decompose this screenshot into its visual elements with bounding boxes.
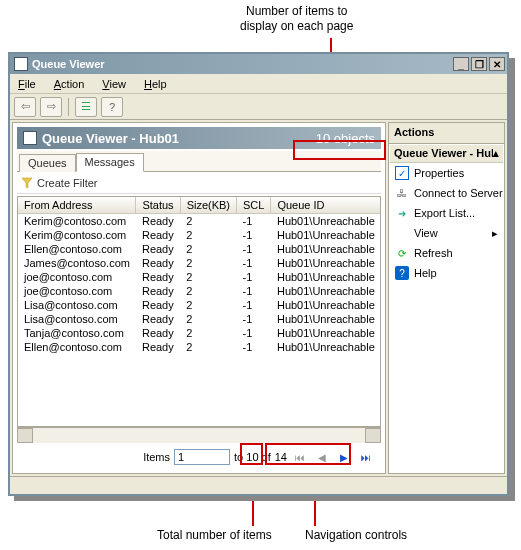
column-header[interactable]: Status: [136, 197, 180, 214]
pager-total: 14: [275, 451, 287, 463]
horizontal-scrollbar[interactable]: [17, 427, 381, 443]
table-row[interactable]: joe@contoso.comReady2-1Hub01\Unreachable: [18, 284, 381, 298]
cell-from: Kerim@contoso.com: [18, 228, 136, 242]
cell-size: 2: [180, 214, 236, 229]
action-view[interactable]: View ▸: [390, 223, 503, 243]
object-count: 10 objects: [316, 131, 375, 146]
scroll-left-button[interactable]: [17, 428, 33, 443]
scroll-track[interactable]: [33, 428, 365, 443]
tab-queues[interactable]: Queues: [19, 154, 76, 172]
action-connect-to-server[interactable]: 🖧 Connect to Server...: [390, 183, 503, 203]
cell-scl: -1: [237, 298, 271, 312]
properties-icon: ✓: [395, 166, 409, 180]
tab-messages[interactable]: Messages: [76, 153, 144, 172]
cell-queue: Hub01\Unreachable: [271, 214, 381, 229]
cell-from: Lisa@contoso.com: [18, 312, 136, 326]
close-button[interactable]: ✕: [489, 57, 505, 71]
table-row[interactable]: Tanja@contoso.comReady2-1Hub01\Unreachab…: [18, 326, 381, 340]
create-filter-link[interactable]: Create Filter: [37, 177, 98, 189]
pager-prev-button[interactable]: ◀: [313, 448, 331, 466]
table-row[interactable]: joe@contoso.comReady2-1Hub01\Unreachable: [18, 270, 381, 284]
table-row[interactable]: Lisa@contoso.comReady2-1Hub01\Unreachabl…: [18, 298, 381, 312]
back-button[interactable]: ⇦: [14, 97, 36, 117]
action-label: Properties: [414, 167, 464, 179]
cell-size: 2: [180, 312, 236, 326]
cell-status: Ready: [136, 256, 180, 270]
table-row[interactable]: Lisa@contoso.comReady2-1Hub01\Unreachabl…: [18, 312, 381, 326]
cell-status: Ready: [136, 284, 180, 298]
cell-queue: Hub01\Unreachable: [271, 284, 381, 298]
action-help[interactable]: ? Help: [390, 263, 503, 283]
collapse-icon: ▴: [493, 147, 499, 160]
pager-next-button[interactable]: ▶: [335, 448, 353, 466]
window-title: Queue Viewer: [32, 58, 105, 70]
cell-scl: -1: [237, 284, 271, 298]
maximize-button[interactable]: ❐: [471, 57, 487, 71]
menu-view[interactable]: View: [98, 76, 130, 92]
cell-status: Ready: [136, 298, 180, 312]
cell-scl: -1: [237, 312, 271, 326]
action-label: Export List...: [414, 207, 475, 219]
table-row[interactable]: Kerim@contoso.comReady2-1Hub01\Unreachab…: [18, 214, 381, 229]
actions-subtitle-text: Queue Viewer - Hub01: [394, 147, 493, 160]
forward-button[interactable]: ⇨: [40, 97, 62, 117]
app-window: Queue Viewer _ ❐ ✕ File Action View Help…: [8, 52, 509, 496]
scroll-right-button[interactable]: [365, 428, 381, 443]
column-header[interactable]: Size(KB): [180, 197, 236, 214]
main-pane: Queue Viewer - Hub01 10 objects Queues M…: [12, 122, 386, 474]
pager-last-button[interactable]: ⏭: [357, 448, 375, 466]
cell-from: joe@contoso.com: [18, 270, 136, 284]
cell-from: Ellen@contoso.com: [18, 242, 136, 256]
cell-size: 2: [180, 270, 236, 284]
cell-queue: Hub01\Unreachable: [271, 298, 381, 312]
pager-from-input[interactable]: [174, 449, 230, 465]
tab-strip: Queues Messages: [17, 151, 381, 172]
queue-viewer-icon: [23, 131, 37, 145]
menu-action[interactable]: Action: [50, 76, 89, 92]
action-label: Connect to Server...: [414, 187, 503, 199]
titlebar: Queue Viewer _ ❐ ✕: [10, 54, 507, 74]
cell-queue: Hub01\Unreachable: [271, 326, 381, 340]
column-header[interactable]: From Address: [18, 197, 136, 214]
action-refresh[interactable]: ⟳ Refresh: [390, 243, 503, 263]
action-export-list[interactable]: ➜ Export List...: [390, 203, 503, 223]
column-header[interactable]: SCL: [237, 197, 271, 214]
cell-from: Kerim@contoso.com: [18, 214, 136, 229]
table-row[interactable]: Kerim@contoso.comReady2-1Hub01\Unreachab…: [18, 228, 381, 242]
callout-items-per-page: Number of items to display on each page: [240, 4, 353, 34]
callout-total-items: Total number of items: [157, 528, 272, 542]
blank-icon: [395, 226, 409, 240]
minimize-button[interactable]: _: [453, 57, 469, 71]
content-area: Queue Viewer - Hub01 10 objects Queues M…: [10, 120, 507, 476]
actions-subtitle[interactable]: Queue Viewer - Hub01 ▴: [390, 145, 503, 163]
callout-nav-controls: Navigation controls: [305, 528, 407, 542]
cell-from: joe@contoso.com: [18, 284, 136, 298]
column-header[interactable]: Queue ID: [271, 197, 381, 214]
properties-button[interactable]: ☰: [75, 97, 97, 117]
cell-from: Lisa@contoso.com: [18, 298, 136, 312]
actions-title: Actions: [388, 122, 505, 144]
toolbar-separator: [68, 98, 69, 116]
help-toolbar-button[interactable]: ?: [101, 97, 123, 117]
table-row[interactable]: Ellen@contoso.comReady2-1Hub01\Unreachab…: [18, 242, 381, 256]
pane-title: Queue Viewer - Hub01: [42, 131, 179, 146]
pager-to-label: to 10 of: [234, 451, 271, 463]
menu-file[interactable]: File: [14, 76, 40, 92]
cell-size: 2: [180, 326, 236, 340]
server-icon: 🖧: [395, 186, 409, 200]
pager-first-button[interactable]: ⏮: [291, 448, 309, 466]
cell-size: 2: [180, 298, 236, 312]
cell-status: Ready: [136, 214, 180, 229]
action-label: Refresh: [414, 247, 453, 259]
filter-bar: Create Filter: [17, 172, 381, 194]
table-row[interactable]: Ellen@contoso.comReady2-1Hub01\Unreachab…: [18, 340, 381, 354]
table-row[interactable]: James@contoso.comReady2-1Hub01\Unreachab…: [18, 256, 381, 270]
menu-help[interactable]: Help: [140, 76, 171, 92]
action-properties[interactable]: ✓ Properties: [390, 163, 503, 183]
cell-from: Ellen@contoso.com: [18, 340, 136, 354]
pager: Items to 10 of 14 ⏮ ◀ ▶ ⏭: [17, 445, 381, 469]
help-icon: ?: [395, 266, 409, 280]
action-label: Help: [414, 267, 437, 279]
message-grid[interactable]: From AddressStatusSize(KB)SCLQueue ID Ke…: [17, 196, 381, 427]
cell-status: Ready: [136, 270, 180, 284]
